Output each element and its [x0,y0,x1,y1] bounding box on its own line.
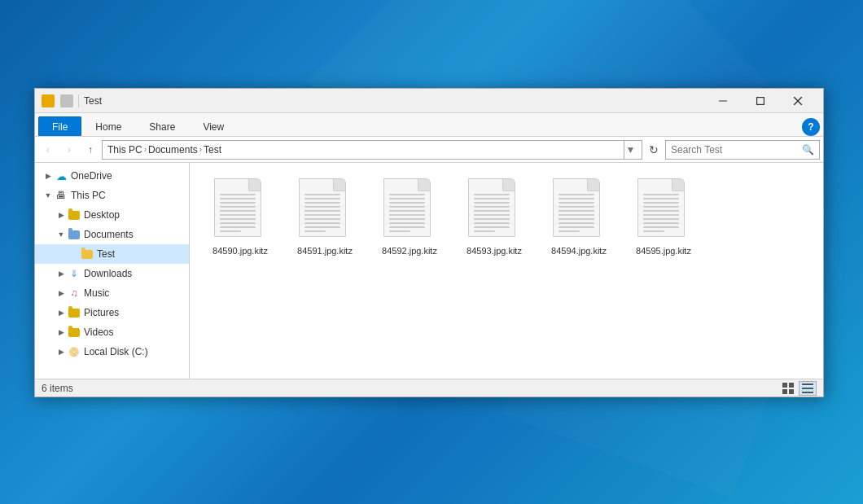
title-bar: Test [35,89,823,113]
address-documents[interactable]: Documents [148,144,198,156]
sidebar-item-videos[interactable]: ▶ Videos [35,322,189,342]
sidebar-label-local-disk: Local Disk (C:) [84,346,148,357]
pc-icon: 🖶 [55,189,68,202]
sidebar-item-local-disk[interactable]: ▶ 📀 Local Disk (C:) [35,342,189,362]
search-input[interactable] [671,144,802,156]
file-name-1: 84590.jpg.kitz [212,245,268,256]
expand-local-disk[interactable]: ▶ [55,345,68,358]
address-this-pc[interactable]: This PC [107,144,142,156]
list-view-button[interactable] [799,381,817,396]
sidebar-item-downloads[interactable]: ▶ ⇓ Downloads [35,264,189,283]
main-area: ▶ ☁ OneDrive ▼ 🖶 This PC ▶ Deskt [35,163,823,379]
sidebar-label-music: Music [84,287,109,299]
sidebar-label-videos: Videos [84,327,113,338]
file-name-4: 84593.jpg.kitz [467,245,522,256]
sidebar-label-desktop: Desktop [84,209,120,221]
content-area: 84590.jpg.kitz 8 [190,163,823,379]
sidebar-item-music[interactable]: ▶ ♫ Music [35,283,189,303]
svg-rect-7 [789,389,794,394]
file-explorer-window: Test File Home Share View ? ‹ › ↑ [34,88,824,397]
tab-home[interactable]: Home [81,116,135,136]
file-item[interactable]: 84593.jpg.kitz [453,173,535,262]
expand-onedrive[interactable]: ▶ [42,169,55,182]
quick-access-icon1 [42,94,55,107]
test-folder-icon [81,248,94,261]
svg-rect-6 [782,389,787,394]
expand-desktop[interactable]: ▶ [55,208,68,221]
downloads-folder-icon: ⇓ [68,267,81,280]
svg-rect-10 [802,392,813,393]
sidebar-label-downloads: Downloads [84,268,132,279]
file-grid: 84590.jpg.kitz 8 [196,169,817,265]
view-controls [779,381,817,396]
sidebar-item-desktop[interactable]: ▶ Desktop [35,205,189,225]
videos-folder-icon [68,326,81,339]
address-dropdown-button[interactable]: ▼ [624,140,637,160]
file-icon-5 [553,178,605,243]
file-item[interactable]: 84591.jpg.kitz [284,173,366,262]
file-item[interactable]: 84594.jpg.kitz [538,173,620,262]
expand-music[interactable]: ▶ [55,287,68,300]
up-button[interactable]: ↑ [81,140,100,160]
drive-icon: 📀 [68,345,81,358]
back-button[interactable]: ‹ [38,140,58,160]
grid-view-button[interactable] [779,381,797,396]
sidebar-item-test[interactable]: Test [35,244,189,264]
sidebar-label-pictures: Pictures [84,307,119,318]
sidebar-item-documents[interactable]: ▼ Documents [35,225,189,244]
svg-rect-4 [782,383,787,388]
forward-button[interactable]: › [59,140,79,160]
window-title: Test [84,95,704,107]
ribbon-tabs: File Home Share View ? [35,113,823,136]
file-name-6: 84595.jpg.kitz [636,245,691,256]
sidebar-label-onedrive: OneDrive [71,170,112,182]
minimize-button[interactable] [704,89,742,113]
file-item[interactable]: 84592.jpg.kitz [369,173,450,262]
expand-pictures[interactable]: ▶ [55,306,68,319]
tab-view[interactable]: View [189,116,238,136]
sidebar-label-documents: Documents [84,229,134,240]
file-name-2: 84591.jpg.kitz [297,245,353,256]
file-item[interactable]: 84590.jpg.kitz [199,173,281,262]
file-icon-4 [468,178,520,243]
address-test[interactable]: Test [204,144,221,156]
address-chevron-1: › [144,145,147,154]
tab-file[interactable]: File [38,116,81,136]
pictures-folder-icon [68,306,81,319]
file-icon-2 [299,178,351,243]
svg-rect-8 [802,383,813,385]
onedrive-icon: ☁ [55,169,68,182]
window-controls [704,89,817,113]
file-name-5: 84594.jpg.kitz [551,245,607,256]
desktop-folder-icon [68,208,81,221]
address-chevron-2: › [199,145,202,154]
toolbar: ‹ › ↑ This PC › Documents › Test ▼ ↻ 🔍 [35,137,823,163]
quick-access-icon2 [60,94,73,107]
help-button[interactable]: ? [802,118,820,136]
expand-videos[interactable]: ▶ [55,326,68,339]
sidebar: ▶ ☁ OneDrive ▼ 🖶 This PC ▶ Deskt [35,163,190,379]
expand-this-pc[interactable]: ▼ [42,189,55,202]
svg-rect-1 [757,97,764,104]
search-icon[interactable]: 🔍 [802,144,814,156]
expand-downloads[interactable]: ▶ [55,267,68,280]
title-separator [78,94,79,107]
sidebar-item-this-pc[interactable]: ▼ 🖶 This PC [35,186,189,205]
svg-rect-0 [719,100,727,101]
close-button[interactable] [779,89,817,113]
tab-share[interactable]: Share [135,116,189,136]
documents-folder-icon [68,228,81,241]
sidebar-item-onedrive[interactable]: ▶ ☁ OneDrive [35,166,189,186]
expand-test [68,248,81,261]
address-bar[interactable]: This PC › Documents › Test ▼ [102,140,642,160]
file-icon-6 [637,178,690,243]
refresh-button[interactable]: ↻ [644,140,664,160]
sidebar-item-pictures[interactable]: ▶ Pictures [35,303,189,322]
file-item[interactable]: 84595.jpg.kitz [623,173,704,262]
item-count: 6 items [42,383,73,394]
maximize-button[interactable] [742,89,779,113]
expand-documents[interactable]: ▼ [55,228,68,241]
search-box[interactable]: 🔍 [665,140,820,160]
ribbon: File Home Share View ? [35,113,823,137]
file-icon-1 [214,178,266,243]
